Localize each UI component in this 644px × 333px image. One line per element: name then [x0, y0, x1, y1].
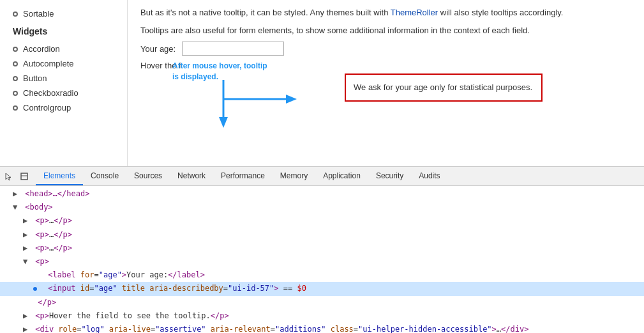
annotation-text: After mouse hover, tooltip is displayed. — [172, 61, 268, 82]
code-line-p2[interactable]: ▶ <p>…</p> — [0, 228, 644, 242]
main-content-area: But as it's not a native tooltip, it can… — [128, 0, 644, 166]
devtools-tabs: Elements Console Sources Network Perform… — [36, 167, 448, 185]
paragraph-2: Tooltips are also useful for form elemen… — [140, 24, 631, 37]
tab-audits[interactable]: Audits — [411, 167, 447, 185]
sidebar-item-autocomplete[interactable]: Autocomplete — [0, 56, 127, 71]
code-line-p-close[interactable]: </p> — [0, 296, 644, 309]
devtools-toolbar: Elements Console Sources Network Perform… — [0, 167, 644, 186]
tooltip-box: We ask for your age only for statistical… — [345, 74, 543, 102]
tab-network[interactable]: Network — [170, 167, 213, 185]
svg-marker-3 — [286, 95, 297, 104]
sidebar-item-button[interactable]: Button — [0, 71, 127, 86]
devtools-panel: Elements Console Sources Network Perform… — [0, 166, 644, 333]
age-form-row: Your age: — [140, 42, 631, 56]
svg-rect-4 — [21, 173, 27, 180]
bullet-icon — [13, 61, 18, 66]
age-input[interactable] — [182, 42, 284, 56]
sidebar: Sortable Widgets Accordion Autocomplete … — [0, 0, 128, 166]
code-line-div-log[interactable]: ▶ <div role="log" aria-live="assertive" … — [0, 323, 644, 333]
box-icon[interactable] — [18, 170, 31, 183]
devtools-code-view[interactable]: ▶ <head>…</head> ▼ <body> ▶ <p>…</p> ▶ <… — [0, 186, 644, 333]
age-label: Your age: — [140, 44, 176, 54]
tab-memory[interactable]: Memory — [273, 167, 315, 185]
code-line-head[interactable]: ▶ <head>…</head> — [0, 187, 644, 201]
code-line-p-open[interactable]: ▼ <p> — [0, 255, 644, 268]
bullet-icon — [13, 105, 18, 111]
code-line-p3[interactable]: ▶ <p>…</p> — [0, 242, 644, 255]
code-line-body-open[interactable]: ▼ <body> — [0, 201, 644, 214]
svg-marker-1 — [219, 117, 228, 128]
tab-elements[interactable]: Elements — [36, 167, 83, 185]
annotation-arrow — [198, 80, 338, 144]
bullet-icon — [13, 91, 18, 96]
sidebar-item-controlgroup[interactable]: Controlgroup — [0, 100, 127, 115]
code-line-label[interactable]: <label for="age">Your age:</label> — [0, 268, 644, 282]
code-line-hover-p[interactable]: ▶ <p>Hover the field to see the tooltip.… — [0, 309, 644, 323]
tab-sources[interactable]: Sources — [126, 167, 170, 185]
tab-security[interactable]: Security — [368, 167, 411, 185]
themeroller-link[interactable]: ThemeRoller — [391, 8, 438, 17]
sidebar-item-sortable[interactable]: Sortable — [0, 6, 127, 21]
paragraph-1: But as it's not a native tooltip, it can… — [140, 6, 631, 19]
code-line-input[interactable]: <input id="age" title aria-describedby="… — [0, 282, 644, 295]
annotation-container: After mouse hover, tooltip is displayed. — [172, 61, 268, 82]
code-line-p1[interactable]: ▶ <p>…</p> — [0, 214, 644, 228]
bullet-icon — [13, 76, 18, 81]
tab-console[interactable]: Console — [83, 167, 126, 185]
sidebar-item-accordion[interactable]: Accordion — [0, 42, 127, 56]
cursor-icon[interactable] — [3, 170, 15, 183]
tab-application[interactable]: Application — [315, 167, 368, 185]
bullet-icon — [13, 47, 18, 52]
bullet-icon — [13, 12, 18, 17]
devtools-icon-group — [3, 170, 31, 183]
sidebar-item-checkboxradio[interactable]: Checkboxradio — [0, 86, 127, 100]
tab-performance[interactable]: Performance — [213, 167, 273, 185]
sidebar-widgets-title: Widgets — [0, 21, 127, 42]
